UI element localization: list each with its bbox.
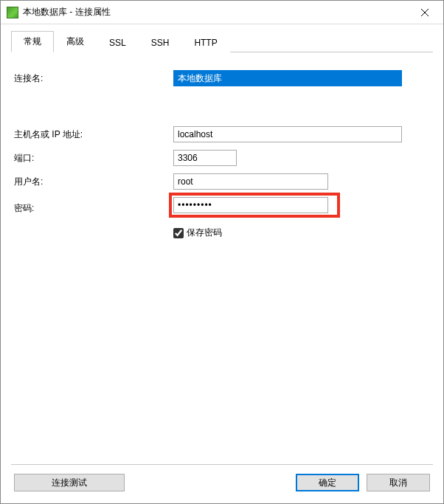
tab-advanced[interactable]: 高级: [54, 31, 97, 52]
password-wrap: [173, 197, 339, 219]
label-user: 用户名:: [14, 176, 173, 188]
label-host: 主机名或 IP 地址:: [14, 128, 173, 141]
row-user: 用户名:: [14, 173, 430, 190]
footer: 连接测试 确定 取消: [11, 464, 433, 496]
cancel-button[interactable]: 取消: [367, 474, 430, 491]
user-input[interactable]: [173, 173, 328, 190]
close-button[interactable]: [408, 1, 442, 24]
tab-ssl[interactable]: SSL: [97, 33, 139, 52]
label-password: 密码:: [14, 202, 173, 215]
test-connection-button[interactable]: 连接测试: [14, 474, 125, 491]
label-port: 端口:: [14, 152, 173, 165]
tab-ssh[interactable]: SSH: [139, 33, 182, 52]
dialog-window: 本地数据库 - 连接属性 常规 高级 SSL SSH HTTP 连接名: 主机名…: [0, 0, 444, 504]
app-icon: [7, 7, 18, 18]
ok-button[interactable]: 确定: [296, 474, 359, 491]
connection-name-input[interactable]: [173, 70, 402, 86]
window-title: 本地数据库 - 连接属性: [23, 6, 408, 18]
form-area: 连接名: 主机名或 IP 地址: 端口: 用户名: 密码:: [11, 52, 433, 464]
row-password: 密码:: [14, 197, 430, 219]
tab-general[interactable]: 常规: [11, 31, 54, 52]
password-input[interactable]: [173, 197, 328, 213]
tab-http[interactable]: HTTP: [181, 33, 229, 52]
label-connection-name: 连接名:: [14, 72, 173, 85]
close-icon: [421, 9, 429, 16]
tab-bar: 常规 高级 SSL SSH HTTP: [11, 33, 433, 52]
row-connection-name: 连接名:: [14, 70, 430, 86]
row-host: 主机名或 IP 地址:: [14, 126, 430, 142]
titlebar: 本地数据库 - 连接属性: [1, 1, 443, 24]
row-port: 端口:: [14, 150, 430, 166]
save-password-checkbox[interactable]: [173, 228, 184, 238]
port-input[interactable]: [173, 150, 237, 166]
host-input[interactable]: [173, 126, 402, 142]
content-area: 常规 高级 SSL SSH HTTP 连接名: 主机名或 IP 地址: 端口: …: [1, 24, 443, 503]
row-save-password: 保存密码: [173, 227, 430, 239]
label-save-password[interactable]: 保存密码: [187, 227, 222, 239]
